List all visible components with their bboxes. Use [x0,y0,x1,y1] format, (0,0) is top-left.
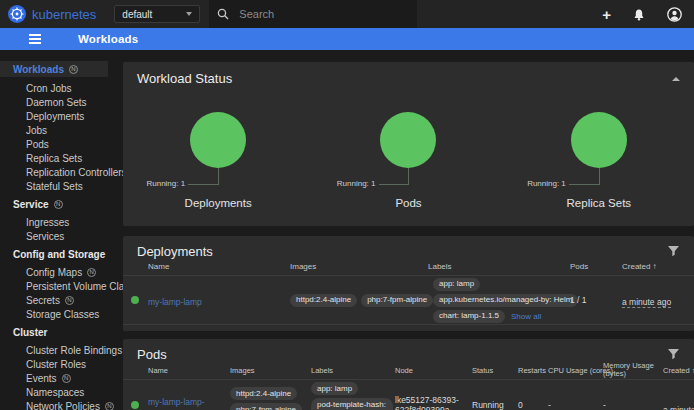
deployments-card: Deployments Name Images Labels Pods Crea… [123,236,694,331]
user-account-icon [667,7,682,22]
sidebar-item-services[interactable]: Services [0,229,108,243]
sidebar-section-service: ServiceN [0,197,108,211]
image-chip: php:7-fpm-alpine [361,294,433,307]
collapse-card-icon[interactable] [672,77,680,81]
brand-title: kubernetes [32,7,96,22]
sidebar-item-replication-controllers[interactable]: Replication Controllers [0,165,108,179]
label-chip: app: lamp [311,382,358,395]
namespace-selector[interactable]: default [114,5,200,23]
chevron-down-icon [186,12,192,16]
pod-memory-usage: - [603,400,663,410]
sidebar-item-ingresses[interactable]: Ingresses [0,215,108,229]
status-ok-dot [131,296,139,304]
pods-chart-title: Pods [313,197,503,209]
replica-sets-pie [571,112,627,168]
pod-cpu-usage: - [548,400,603,410]
node-name: lke55127-86393-622f8d09399a [395,395,472,410]
sidebar-item-cron-jobs[interactable]: Cron Jobs [0,81,108,95]
search-box[interactable] [209,0,417,28]
create-resource-button[interactable]: + [602,7,611,22]
pod-name-link[interactable]: my-lamp-lamp-5fd985cf68-jwvz4 [148,397,218,410]
deployment-name-link[interactable]: my-lamp-lamp [148,297,202,307]
namespaced-badge-icon: N [65,296,74,305]
pods-running-label: Running: 1 [337,179,376,188]
label-chip: app.kubernetes.io/managed-by: Helm [433,294,578,307]
sidebar-item-network-policies[interactable]: Network PoliciesN [0,399,108,410]
replica-sets-running-label: Running: 1 [527,179,566,188]
bell-icon [633,8,645,21]
deployments-chart-title: Deployments [123,197,313,209]
sidebar-item-workloads[interactable]: WorkloadsN [0,61,108,77]
sidebar-item-pods[interactable]: Pods [0,137,108,151]
namespaced-badge-icon: N [54,200,63,209]
pod-status: Running [472,400,518,410]
namespaced-badge-icon: N [87,268,96,277]
deployment-table-row: my-lamp-lamp httpd:2.4-alpine php:7-fpm-… [123,276,694,325]
col-header-cpu: CPU Usage (cores) [548,366,603,375]
deployments-table-header: Name Images Labels Pods Created↑ [123,258,694,276]
col-header-created[interactable]: Created↑ [622,262,694,271]
pods-card: Pods Name Images Labels Node Status Rest… [123,339,694,410]
namespaced-badge-icon: N [62,374,71,383]
col-header-created[interactable]: Created↑ [663,366,694,375]
kubernetes-logo-icon [8,5,26,23]
col-header-labels: Labels [428,262,570,271]
image-chip: php:7-fpm-alpine [230,403,302,410]
sidebar-item-events[interactable]: EventsN [0,371,108,385]
sidebar-item-storage-classes[interactable]: Storage Classes [0,307,108,321]
replica-sets-status-chart: Running: 1 Replica Sets [504,112,694,226]
search-icon [217,8,229,20]
col-header-node: Node [395,366,472,375]
label-chip: pod-template-hash: 5fd985cf68 [311,398,393,410]
search-input[interactable] [239,8,389,20]
workload-status-title: Workload Status [137,71,232,86]
sidebar-item-config-maps[interactable]: Config MapsN [0,265,108,279]
deployments-status-chart: Running: 1 Deployments [123,112,313,226]
sidebar-item-namespaces[interactable]: Namespaces [0,385,108,399]
show-all-link[interactable]: Show all [511,312,541,321]
col-header-restarts: Restarts [518,366,548,375]
label-chip: app: lamp [433,278,480,291]
menu-hamburger-icon[interactable] [29,34,41,44]
pods-status-chart: Running: 1 Pods [313,112,503,226]
sidebar-section-cluster: Cluster [0,325,108,339]
created-timestamp: a minute ago [622,297,671,308]
pods-pie [380,112,436,168]
pods-ratio: 1 / 1 [570,295,622,305]
page-title: Workloads [78,33,138,45]
filter-icon[interactable] [667,245,680,257]
sidebar-item-persistent-volume-claims[interactable]: Persistent Volume ClaimsN [0,279,108,293]
pods-table-header: Name Images Labels Node Status Restarts … [123,361,694,380]
filter-icon[interactable] [667,348,680,360]
sidebar-item-deployments[interactable]: Deployments [0,109,108,123]
col-header-images: Images [230,366,311,375]
col-header-status: Status [472,366,518,375]
created-timestamp: a minute ago [663,405,694,410]
sidebar-item-jobs[interactable]: Jobs [0,123,108,137]
col-header-labels: Labels [311,366,395,375]
col-header-name: Name [148,262,290,271]
sidebar-item-stateful-sets[interactable]: Stateful Sets [0,179,108,193]
label-chip: chart: lamp-1.1.5 [433,310,505,323]
notifications-button[interactable] [633,8,645,21]
deployments-running-label: Running: 1 [146,179,185,188]
sidebar-item-replica-sets[interactable]: Replica Sets [0,151,108,165]
sidebar-section-config-and-storage: Config and Storage [0,247,108,261]
col-header-memory: Memory Usage (bytes) [603,362,663,378]
user-menu-button[interactable] [667,7,682,22]
sort-ascending-icon: ↑ [652,262,656,271]
sidebar-item-secrets[interactable]: SecretsN [0,293,108,307]
deployments-pie [190,112,246,168]
image-chip: httpd:2.4-alpine [230,387,297,400]
sidebar-item-cluster-role-bindings[interactable]: Cluster Role Bindings [0,343,108,357]
image-chip: httpd:2.4-alpine [290,294,357,307]
col-header-name: Name [148,366,230,375]
namespace-selected-value: default [122,9,152,20]
pods-card-title: Pods [137,347,167,362]
sidebar-item-daemon-sets[interactable]: Daemon Sets [0,95,108,109]
sidebar-item-cluster-roles[interactable]: Cluster Roles [0,357,108,371]
pod-table-row: my-lamp-lamp-5fd985cf68-jwvz4 httpd:2.4-… [123,380,694,410]
pod-restarts: 0 [518,400,548,410]
sidebar-nav: WorkloadsN Cron Jobs Daemon Sets Deploym… [0,50,108,410]
workload-status-card: Workload Status Running: 1 Deployments R… [123,62,694,226]
